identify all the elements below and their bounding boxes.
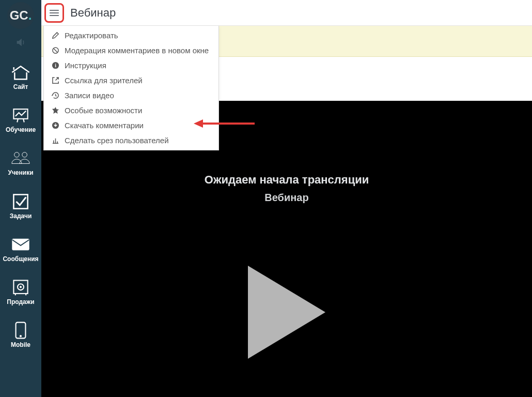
sidebar-item-label: Обучение xyxy=(6,127,36,133)
topbar: Вебинар xyxy=(41,0,532,26)
info-icon: i xyxy=(51,62,59,70)
dropdown-item-recordings[interactable]: Записи видео xyxy=(44,88,218,103)
dropdown-item-special[interactable]: Особые возможности xyxy=(44,103,218,118)
sidebar-item-label: Продажи xyxy=(7,299,34,306)
home-icon xyxy=(9,62,32,83)
waiting-text-line1: Ожидаем начала трансляции xyxy=(205,173,369,187)
logo[interactable]: G C . xyxy=(7,2,34,29)
dropdown-item-label: Редактировать xyxy=(65,31,118,40)
waiting-text-line2: Вебинар xyxy=(264,192,308,204)
sidebar-item-students[interactable]: Ученики xyxy=(0,148,41,176)
sidebar-item-label: Задачи xyxy=(10,213,32,220)
logo-text-dot: . xyxy=(28,8,32,23)
logo-text-g: G xyxy=(10,8,20,23)
speaker-icon[interactable] xyxy=(13,35,28,50)
dropdown-menu: Редактировать Модерация комментариев в н… xyxy=(43,26,219,150)
sidebar-item-learning[interactable]: Обучение xyxy=(0,105,41,133)
external-link-icon xyxy=(51,77,59,85)
download-icon xyxy=(51,121,59,130)
svg-rect-4 xyxy=(12,239,29,250)
sidebar-item-sales[interactable]: Продажи xyxy=(0,277,41,306)
history-icon xyxy=(51,91,59,100)
dropdown-item-label: Ссылка для зрителей xyxy=(65,76,143,85)
play-button[interactable] xyxy=(248,266,325,359)
sidebar-item-label: Mobile xyxy=(11,342,30,348)
safe-icon xyxy=(9,277,32,298)
dropdown-item-edit[interactable]: Редактировать xyxy=(44,28,218,43)
sidebar-item-label: Сайт xyxy=(13,84,28,90)
svg-line-14 xyxy=(53,49,57,53)
dropdown-item-label: Особые возможности xyxy=(65,106,142,115)
sidebar-item-site[interactable]: Сайт xyxy=(0,62,41,90)
sidebar-item-label: Сообщения xyxy=(3,256,38,263)
sidebar: G C . Сайт Обучение xyxy=(0,0,41,397)
dropdown-item-download-comments[interactable]: Скачать комментарии xyxy=(44,118,218,133)
bar-chart-icon xyxy=(51,136,59,145)
star-icon xyxy=(51,106,59,115)
phone-icon xyxy=(9,320,32,341)
dropdown-item-viewer-link[interactable]: Ссылка для зрителей xyxy=(44,73,218,88)
chart-board-icon xyxy=(9,105,32,126)
envelope-icon xyxy=(9,234,32,255)
dropdown-item-user-snapshot[interactable]: Сделать срез пользователей xyxy=(44,133,218,148)
svg-rect-3 xyxy=(13,194,27,208)
svg-point-9 xyxy=(20,335,21,337)
checkbox-icon xyxy=(9,191,32,212)
page-title: Вебинар xyxy=(70,6,116,20)
pencil-icon xyxy=(51,32,59,40)
dropdown-item-label: Сделать срез пользователей xyxy=(65,136,169,145)
dropdown-item-label: Скачать комментарии xyxy=(65,121,144,130)
dropdown-item-instruction[interactable]: i Инструкция xyxy=(44,58,218,73)
dropdown-item-label: Записи видео xyxy=(65,91,114,100)
users-icon xyxy=(9,148,32,169)
sidebar-item-tasks[interactable]: Задачи xyxy=(0,191,41,220)
dropdown-item-label: Модерация комментариев в новом окне xyxy=(65,46,209,55)
dropdown-item-label: Инструкция xyxy=(65,61,106,70)
svg-point-1 xyxy=(14,152,20,158)
ban-icon xyxy=(51,47,59,55)
dropdown-item-moderation[interactable]: Модерация комментариев в новом окне xyxy=(44,43,218,58)
main: Вебинар Редактировать Модерация коммента… xyxy=(41,0,532,397)
svg-point-2 xyxy=(22,152,27,158)
svg-text:i: i xyxy=(55,63,56,68)
menu-button[interactable] xyxy=(44,3,64,23)
svg-point-7 xyxy=(20,286,21,287)
logo-text-c: C xyxy=(19,8,28,23)
sidebar-item-messages[interactable]: Сообщения xyxy=(0,234,41,263)
sidebar-item-label: Ученики xyxy=(8,170,33,176)
sidebar-item-mobile[interactable]: Mobile xyxy=(0,320,41,348)
